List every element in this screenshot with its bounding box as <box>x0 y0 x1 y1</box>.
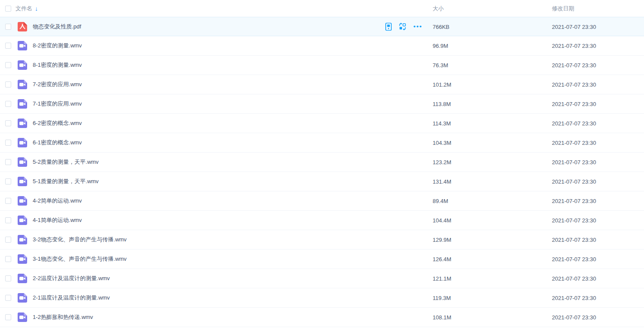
file-type-icon <box>18 60 27 70</box>
file-type-icon <box>18 235 27 244</box>
pdf-file-icon <box>18 22 27 31</box>
file-size: 113.8M <box>433 101 451 107</box>
row-checkbox[interactable] <box>5 62 11 68</box>
column-header-date[interactable]: 修改日期 <box>552 5 574 12</box>
table-row[interactable]: 7-2密度的应用.wmv 101.2M 2021-07-07 23:30 <box>0 75 644 94</box>
table-row[interactable]: 4-1简单的运动.wmv 104.4M 2021-07-07 23:30 <box>0 211 644 230</box>
file-type-icon <box>18 99 27 109</box>
file-type-icon <box>18 138 27 147</box>
table-row[interactable]: 3-2物态变化、声音的产生与传播.wmv 129.9M 2021-07-07 2… <box>0 230 644 250</box>
column-header-size[interactable]: 大小 <box>433 5 444 12</box>
file-name-link[interactable]: 7-1密度的应用.wmv <box>33 100 82 108</box>
file-size: 121.1M <box>433 275 451 282</box>
sort-descending-icon[interactable]: ↓ <box>35 5 38 12</box>
file-size: 114.3M <box>433 120 451 127</box>
file-type-icon <box>18 157 27 167</box>
row-checkbox[interactable] <box>5 275 11 281</box>
table-row[interactable]: 7-1密度的应用.wmv 113.8M 2021-07-07 23:30 <box>0 94 644 114</box>
file-name-link[interactable]: 1-2热膨胀和热传递.wmv <box>33 313 93 321</box>
file-type-icon <box>18 293 27 303</box>
file-type-icon <box>18 119 27 128</box>
file-name-link[interactable]: 8-2密度的测量.wmv <box>33 42 82 50</box>
table-row[interactable]: 6-2密度的概念.wmv 114.3M 2021-07-07 23:30 <box>0 114 644 133</box>
table-row[interactable]: 5-1质量的测量，天平.wmv 131.4M 2021-07-07 23:30 <box>0 172 644 191</box>
table-row[interactable]: 6-1密度的概念.wmv 104.3M 2021-07-07 23:30 <box>0 133 644 153</box>
file-name-link[interactable]: 物态变化及性质.pdf <box>33 23 81 31</box>
file-name-link[interactable]: 4-1简单的运动.wmv <box>33 216 82 224</box>
column-header-filename[interactable]: 文件名 <box>15 5 32 12</box>
file-size: 123.2M <box>433 159 451 166</box>
video-file-icon <box>18 293 27 303</box>
video-file-icon <box>18 157 27 167</box>
file-date: 2021-07-07 23:30 <box>552 237 596 243</box>
file-size: 89.4M <box>433 198 448 204</box>
table-row[interactable]: 2-1温度计及温度计的测量.wmv 119.3M 2021-07-07 23:3… <box>0 288 644 308</box>
more-options-button[interactable] <box>413 25 422 28</box>
file-type-icon <box>18 22 27 31</box>
row-checkbox[interactable] <box>5 178 11 184</box>
file-date: 2021-07-07 23:30 <box>552 101 596 107</box>
video-file-icon <box>18 235 27 244</box>
send-to-device-button[interactable] <box>385 22 392 31</box>
file-date: 2021-07-07 23:30 <box>552 140 596 146</box>
file-date: 2021-07-07 23:30 <box>552 295 596 301</box>
select-all-checkbox[interactable] <box>5 6 11 12</box>
table-row[interactable]: 1-2热膨胀和热传递.wmv 108.1M 2021-07-07 23:30 <box>0 308 644 327</box>
file-date: 2021-07-07 23:30 <box>552 120 596 127</box>
file-size: 129.9M <box>433 237 451 243</box>
video-file-icon <box>18 177 27 186</box>
file-name-link[interactable]: 2-2温度计及温度计的测量.wmv <box>33 275 110 282</box>
video-file-icon <box>18 254 27 264</box>
file-name-link[interactable]: 5-1质量的测量，天平.wmv <box>33 178 99 185</box>
row-checkbox[interactable] <box>5 24 11 30</box>
video-file-icon <box>18 138 27 147</box>
file-size: 96.9M <box>433 43 448 49</box>
file-size: 131.4M <box>433 178 451 185</box>
row-checkbox[interactable] <box>5 237 11 243</box>
file-size: 104.3M <box>433 140 451 146</box>
table-row[interactable]: 物态变化及性质.pdf <box>0 17 644 36</box>
video-file-icon <box>18 80 27 89</box>
video-file-icon <box>18 196 27 206</box>
table-row[interactable]: 4-2简单的运动.wmv 89.4M 2021-07-07 23:30 <box>0 191 644 211</box>
row-checkbox[interactable] <box>5 256 11 262</box>
file-name-link[interactable]: 5-2质量的测量，天平.wmv <box>33 158 99 166</box>
video-file-icon <box>18 312 27 322</box>
row-checkbox[interactable] <box>5 314 11 320</box>
table-row[interactable]: 8-2密度的测量.wmv 96.9M 2021-07-07 23:30 <box>0 36 644 56</box>
file-name-link[interactable]: 3-2物态变化、声音的产生与传播.wmv <box>33 236 127 244</box>
file-rows-container: 物态变化及性质.pdf <box>0 17 644 327</box>
row-checkbox[interactable] <box>5 81 11 87</box>
file-size: 101.2M <box>433 81 451 88</box>
table-row[interactable]: 5-2质量的测量，天平.wmv 123.2M 2021-07-07 23:30 <box>0 153 644 172</box>
row-checkbox[interactable] <box>5 140 11 146</box>
row-checkbox[interactable] <box>5 198 11 204</box>
file-name-link[interactable]: 8-1密度的测量.wmv <box>33 61 82 69</box>
file-name-link[interactable]: 6-1密度的概念.wmv <box>33 139 82 147</box>
row-checkbox[interactable] <box>5 295 11 301</box>
file-size: 76.3M <box>433 62 448 69</box>
file-name-link[interactable]: 2-1温度计及温度计的测量.wmv <box>33 294 110 302</box>
file-name-link[interactable]: 7-2密度的应用.wmv <box>33 81 82 88</box>
file-name-link[interactable]: 6-2密度的概念.wmv <box>33 119 82 127</box>
file-type-icon <box>18 274 27 283</box>
more-options-icon <box>413 25 422 28</box>
file-name-link[interactable]: 3-1物态变化、声音的产生与传播.wmv <box>33 255 127 263</box>
row-checkbox[interactable] <box>5 43 11 49</box>
table-row[interactable]: 3-1物态变化、声音的产生与传播.wmv 126.4M 2021-07-07 2… <box>0 250 644 269</box>
file-name-link[interactable]: 4-2简单的运动.wmv <box>33 197 82 205</box>
table-header-row: 文件名 ↓ 大小 修改日期 <box>0 0 644 17</box>
file-type-icon <box>18 254 27 264</box>
transfer-button[interactable] <box>399 23 406 31</box>
video-file-icon <box>18 119 27 128</box>
video-file-icon <box>18 274 27 283</box>
row-checkbox[interactable] <box>5 120 11 126</box>
row-checkbox[interactable] <box>5 159 11 165</box>
table-row[interactable]: 8-1密度的测量.wmv 76.3M 2021-07-07 23:30 <box>0 56 644 75</box>
table-row[interactable]: 2-2温度计及温度计的测量.wmv 121.1M 2021-07-07 23:3… <box>0 269 644 288</box>
file-size: 104.4M <box>433 217 451 224</box>
row-checkbox[interactable] <box>5 101 11 107</box>
file-date: 2021-07-07 23:30 <box>552 159 596 166</box>
row-checkbox[interactable] <box>5 217 11 223</box>
device-icon <box>385 22 392 31</box>
